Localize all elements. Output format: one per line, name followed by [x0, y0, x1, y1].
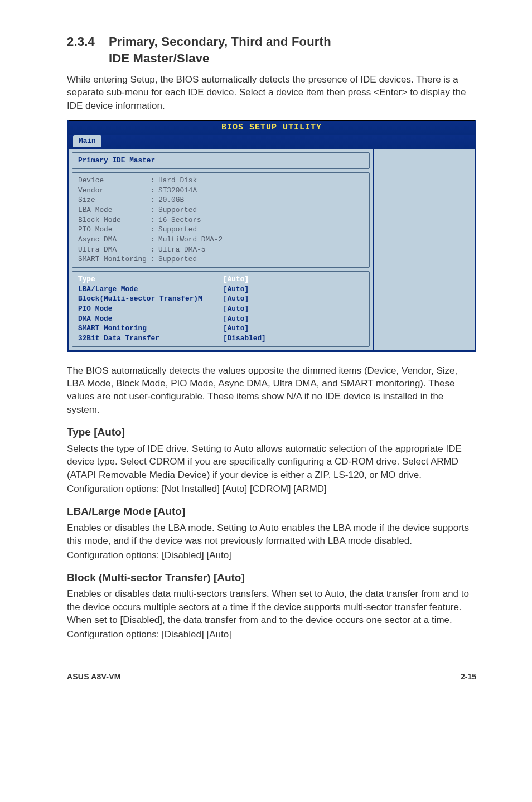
bios-body: Primary IDE Master Device:Hard Disk Vend… [69, 149, 475, 350]
bios-screenshot: BIOS SETUP UTILITY Main Primary IDE Mast… [67, 120, 476, 352]
bios-readonly-row: Ultra DMA:Ultra DMA-5 [78, 245, 364, 255]
bios-panel-title: Primary IDE Master [78, 156, 364, 166]
bios-panel-title-box: Primary IDE Master [72, 152, 370, 169]
bios-left-pane: Primary IDE Master Device:Hard Disk Vend… [69, 149, 374, 350]
bios-right-pane [374, 149, 475, 350]
param-body: Enables or disables the LBA mode. Settin… [67, 521, 476, 548]
param-body: Selects the type of IDE drive. Setting t… [67, 442, 476, 481]
param-heading: Block (Multi-sector Transfer) [Auto] [67, 571, 476, 585]
intro-paragraph: While entering Setup, the BIOS automatic… [67, 73, 476, 112]
param-heading: LBA/Large Mode [Auto] [67, 504, 476, 519]
param-options: Configuration options: [Disabled] [Auto] [67, 628, 476, 641]
param-heading: Type [Auto] [67, 425, 476, 439]
bios-readonly-row: Device:Hard Disk [78, 176, 364, 186]
footer-page-number: 2-15 [461, 671, 476, 682]
bios-tab-main: Main [73, 135, 101, 147]
post-bios-paragraph: The BIOS automatically detects the value… [67, 364, 476, 417]
bios-tabbar: Main [69, 135, 475, 149]
bios-setting-row: DMA Mode[Auto] [78, 314, 364, 324]
footer-rule [67, 669, 476, 669]
section-title-line1: Primary, Secondary, Third and Fourth [109, 35, 331, 49]
param-options: Configuration options: [Disabled] [Auto] [67, 549, 476, 562]
section-number: 2.3.4 [67, 33, 109, 67]
bios-setting-row: PIO Mode[Auto] [78, 304, 364, 314]
bios-setting-row: LBA/Large Mode[Auto] [78, 284, 364, 294]
section-title: Primary, Secondary, Third and Fourth IDE… [109, 33, 331, 67]
bios-setting-row: SMART Monitoring[Auto] [78, 323, 364, 334]
page-footer: ASUS A8V-VM 2-15 [67, 671, 476, 682]
bios-readonly-row: Size:20.0GB [78, 195, 364, 205]
bios-utility-title: BIOS SETUP UTILITY [69, 120, 475, 135]
bios-readonly-row: PIO Mode:Supported [78, 225, 364, 235]
bios-editable-panel: Type[Auto] LBA/Large Mode[Auto] Block(Mu… [72, 271, 370, 347]
param-options: Configuration options: [Not Installed] [… [67, 482, 476, 495]
param-body: Enables or disables data multi-sectors t… [67, 587, 476, 626]
bios-readonly-panel: Device:Hard Disk Vendor:ST320014A Size:2… [72, 172, 370, 268]
bios-setting-row: Block(Multi-sector Transfer)M[Auto] [78, 294, 364, 304]
bios-readonly-row: Async DMA:MultiWord DMA-2 [78, 235, 364, 245]
bios-setting-row: 32Bit Data Transfer[Disabled] [78, 334, 364, 344]
bios-readonly-row: Block Mode:16 Sectors [78, 215, 364, 225]
section-heading: 2.3.4 Primary, Secondary, Third and Four… [67, 33, 476, 67]
bios-readonly-row: SMART Monitoring:Supported [78, 254, 364, 264]
section-title-line2: IDE Master/Slave [109, 51, 210, 65]
bios-readonly-row: LBA Mode:Supported [78, 205, 364, 215]
bios-readonly-row: Vendor:ST320014A [78, 186, 364, 196]
bios-setting-row: Type[Auto] [78, 274, 364, 284]
footer-product: ASUS A8V-VM [67, 671, 121, 682]
